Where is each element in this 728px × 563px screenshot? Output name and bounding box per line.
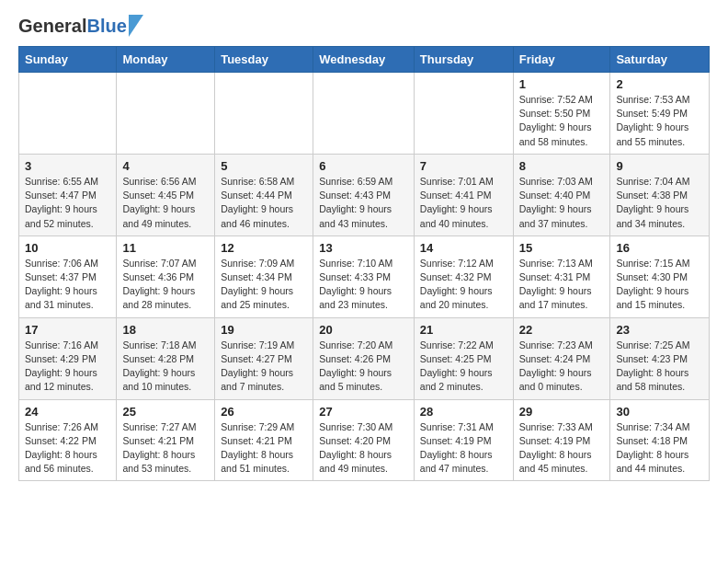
logo-triangle-icon (129, 15, 143, 37)
day-info: Sunrise: 7:27 AM Sunset: 4:21 PM Dayligh… (122, 420, 209, 477)
day-info: Sunrise: 7:18 AM Sunset: 4:28 PM Dayligh… (122, 339, 209, 395)
weekday-header-row: SundayMondayTuesdayWednesdayThursdayFrid… (19, 47, 710, 73)
day-info: Sunrise: 7:25 AM Sunset: 4:23 PM Dayligh… (616, 339, 703, 395)
calendar-cell: 17Sunrise: 7:16 AM Sunset: 4:29 PM Dayli… (19, 317, 117, 399)
day-number: 1 (519, 77, 605, 91)
calendar-cell: 28Sunrise: 7:31 AM Sunset: 4:19 PM Dayli… (414, 399, 513, 481)
day-info: Sunrise: 7:33 AM Sunset: 4:19 PM Dayligh… (519, 420, 605, 477)
day-number: 21 (420, 323, 507, 337)
day-number: 6 (319, 159, 408, 173)
day-number: 19 (221, 323, 307, 337)
calendar-cell: 20Sunrise: 7:20 AM Sunset: 4:26 PM Dayli… (313, 317, 415, 399)
logo-blue: Blue (86, 16, 126, 36)
calendar-cell: 9Sunrise: 7:04 AM Sunset: 4:38 PM Daylig… (610, 154, 710, 236)
day-info: Sunrise: 7:29 AM Sunset: 4:21 PM Dayligh… (221, 420, 307, 477)
day-number: 8 (519, 159, 605, 173)
day-number: 25 (122, 405, 209, 419)
weekday-header-thursday: Thursday (414, 47, 513, 73)
day-number: 5 (221, 159, 307, 173)
day-info: Sunrise: 6:59 AM Sunset: 4:43 PM Dayligh… (319, 175, 408, 231)
day-number: 13 (319, 241, 408, 255)
day-number: 28 (420, 405, 507, 419)
day-info: Sunrise: 7:31 AM Sunset: 4:19 PM Dayligh… (420, 420, 507, 477)
weekday-header-sunday: Sunday (19, 47, 117, 73)
day-number: 11 (122, 241, 209, 255)
weekday-header-tuesday: Tuesday (215, 47, 313, 73)
day-info: Sunrise: 7:30 AM Sunset: 4:20 PM Dayligh… (319, 420, 408, 477)
day-info: Sunrise: 7:53 AM Sunset: 5:49 PM Dayligh… (616, 93, 703, 149)
day-number: 30 (616, 405, 703, 419)
day-number: 23 (616, 323, 703, 337)
day-number: 14 (420, 241, 507, 255)
day-number: 27 (319, 405, 408, 419)
day-info: Sunrise: 7:52 AM Sunset: 5:50 PM Dayligh… (519, 93, 605, 149)
day-number: 29 (519, 405, 605, 419)
day-info: Sunrise: 7:09 AM Sunset: 4:34 PM Dayligh… (221, 257, 307, 313)
calendar-cell: 19Sunrise: 7:19 AM Sunset: 4:27 PM Dayli… (215, 317, 313, 399)
weekday-header-friday: Friday (513, 47, 610, 73)
calendar-cell: 25Sunrise: 7:27 AM Sunset: 4:21 PM Dayli… (117, 399, 215, 481)
calendar-table: SundayMondayTuesdayWednesdayThursdayFrid… (18, 46, 710, 481)
week-row-4: 17Sunrise: 7:16 AM Sunset: 4:29 PM Dayli… (19, 317, 710, 399)
week-row-5: 24Sunrise: 7:26 AM Sunset: 4:22 PM Dayli… (19, 399, 710, 481)
day-number: 3 (25, 159, 110, 173)
day-number: 24 (25, 405, 110, 419)
calendar-cell: 3Sunrise: 6:55 AM Sunset: 4:47 PM Daylig… (19, 154, 117, 236)
calendar-cell: 16Sunrise: 7:15 AM Sunset: 4:30 PM Dayli… (610, 236, 710, 317)
logo-container: GeneralBlue (18, 15, 143, 37)
calendar-cell: 15Sunrise: 7:13 AM Sunset: 4:31 PM Dayli… (513, 236, 610, 317)
weekday-header-monday: Monday (117, 47, 215, 73)
day-number: 10 (25, 241, 110, 255)
calendar-cell: 30Sunrise: 7:34 AM Sunset: 4:18 PM Dayli… (610, 399, 710, 481)
calendar-cell (313, 73, 415, 155)
calendar-cell: 21Sunrise: 7:22 AM Sunset: 4:25 PM Dayli… (414, 317, 513, 399)
day-info: Sunrise: 6:58 AM Sunset: 4:44 PM Dayligh… (221, 175, 307, 231)
calendar-cell: 29Sunrise: 7:33 AM Sunset: 4:19 PM Dayli… (513, 399, 610, 481)
calendar-cell: 8Sunrise: 7:03 AM Sunset: 4:40 PM Daylig… (513, 154, 610, 236)
day-info: Sunrise: 7:01 AM Sunset: 4:41 PM Dayligh… (420, 175, 507, 231)
calendar-cell: 11Sunrise: 7:07 AM Sunset: 4:36 PM Dayli… (117, 236, 215, 317)
weekday-header-saturday: Saturday (610, 47, 710, 73)
day-info: Sunrise: 7:22 AM Sunset: 4:25 PM Dayligh… (420, 339, 507, 395)
calendar-cell: 27Sunrise: 7:30 AM Sunset: 4:20 PM Dayli… (313, 399, 415, 481)
day-info: Sunrise: 7:06 AM Sunset: 4:37 PM Dayligh… (25, 257, 110, 313)
calendar-cell: 2Sunrise: 7:53 AM Sunset: 5:49 PM Daylig… (610, 73, 710, 155)
weekday-header-wednesday: Wednesday (313, 47, 415, 73)
day-number: 2 (616, 77, 703, 91)
day-info: Sunrise: 6:55 AM Sunset: 4:47 PM Dayligh… (25, 175, 110, 231)
calendar-cell: 23Sunrise: 7:25 AM Sunset: 4:23 PM Dayli… (610, 317, 710, 399)
day-number: 16 (616, 241, 703, 255)
day-info: Sunrise: 7:07 AM Sunset: 4:36 PM Dayligh… (122, 257, 209, 313)
calendar-cell: 7Sunrise: 7:01 AM Sunset: 4:41 PM Daylig… (414, 154, 513, 236)
day-number: 22 (519, 323, 605, 337)
day-number: 17 (25, 323, 110, 337)
day-info: Sunrise: 6:56 AM Sunset: 4:45 PM Dayligh… (122, 175, 209, 231)
calendar-cell: 10Sunrise: 7:06 AM Sunset: 4:37 PM Dayli… (19, 236, 117, 317)
day-info: Sunrise: 7:16 AM Sunset: 4:29 PM Dayligh… (25, 339, 110, 395)
day-number: 12 (221, 241, 307, 255)
day-number: 20 (319, 323, 408, 337)
day-info: Sunrise: 7:20 AM Sunset: 4:26 PM Dayligh… (319, 339, 408, 395)
calendar-cell: 12Sunrise: 7:09 AM Sunset: 4:34 PM Dayli… (215, 236, 313, 317)
calendar-cell (19, 73, 117, 155)
calendar-cell: 5Sunrise: 6:58 AM Sunset: 4:44 PM Daylig… (215, 154, 313, 236)
day-number: 15 (519, 241, 605, 255)
day-info: Sunrise: 7:26 AM Sunset: 4:22 PM Dayligh… (25, 420, 110, 477)
calendar-cell: 1Sunrise: 7:52 AM Sunset: 5:50 PM Daylig… (513, 73, 610, 155)
day-number: 26 (221, 405, 307, 419)
day-info: Sunrise: 7:13 AM Sunset: 4:31 PM Dayligh… (519, 257, 605, 313)
day-info: Sunrise: 7:34 AM Sunset: 4:18 PM Dayligh… (616, 420, 703, 477)
day-info: Sunrise: 7:04 AM Sunset: 4:38 PM Dayligh… (616, 175, 703, 231)
logo-general: General (18, 16, 86, 36)
page-header: GeneralBlue (18, 15, 710, 37)
calendar-cell (215, 73, 313, 155)
svg-marker-0 (129, 15, 143, 37)
calendar-cell (414, 73, 513, 155)
calendar-cell: 6Sunrise: 6:59 AM Sunset: 4:43 PM Daylig… (313, 154, 415, 236)
day-number: 18 (122, 323, 209, 337)
calendar-cell: 14Sunrise: 7:12 AM Sunset: 4:32 PM Dayli… (414, 236, 513, 317)
calendar-cell: 18Sunrise: 7:18 AM Sunset: 4:28 PM Dayli… (117, 317, 215, 399)
week-row-1: 1Sunrise: 7:52 AM Sunset: 5:50 PM Daylig… (19, 73, 710, 155)
day-info: Sunrise: 7:15 AM Sunset: 4:30 PM Dayligh… (616, 257, 703, 313)
day-info: Sunrise: 7:12 AM Sunset: 4:32 PM Dayligh… (420, 257, 507, 313)
